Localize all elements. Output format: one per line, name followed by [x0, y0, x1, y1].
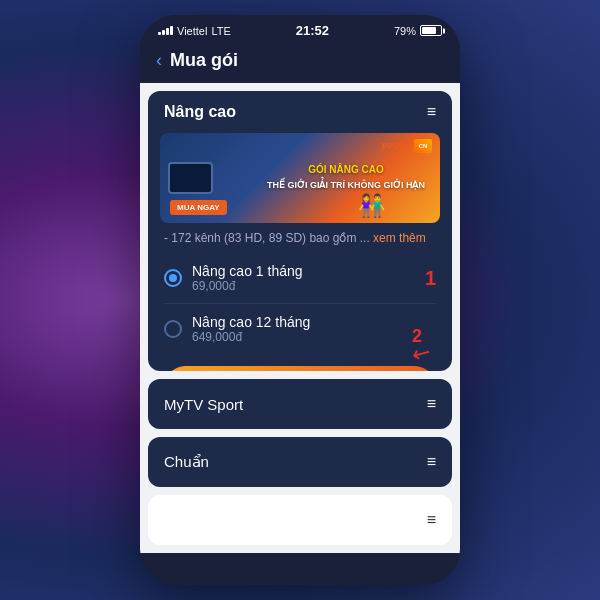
banner-tagline: THẾ GIỚI GIẢI TRÍ KHÔNG GIỚI HẠN [267, 180, 425, 190]
chuan-card[interactable]: Chuẩn ≡ [148, 437, 452, 487]
battery-pct-label: 79% [394, 25, 416, 37]
network-label: LTE [211, 25, 230, 37]
radio-1-month-label: Nâng cao 1 tháng 69,000đ [192, 263, 303, 293]
page-title: Mua gói [170, 50, 238, 71]
cn-logo: CN [414, 139, 432, 153]
option-1-month[interactable]: Nâng cao 1 tháng 69,000đ 1 [148, 253, 452, 303]
battery-fill [422, 27, 436, 34]
signal-icon [158, 26, 173, 35]
option-1-name: Nâng cao 1 tháng [192, 263, 303, 279]
nang-cao-title: Nâng cao [164, 103, 236, 121]
tv-icon [168, 162, 213, 194]
buy-now-label: MUA NGAY [170, 200, 227, 215]
radio-12-month-label: Nâng cao 12 tháng 649,000đ [192, 314, 310, 344]
banner-logos: yeah! CN [381, 139, 432, 153]
option-12-name: Nâng cao 12 tháng [192, 314, 310, 330]
option-12-price: 649,000đ [192, 330, 310, 344]
time-label: 21:52 [296, 23, 329, 38]
option-1-price: 69,000đ [192, 279, 303, 293]
buy-btn-container: MUA GÓI 2 ↙ [148, 354, 452, 371]
buy-button[interactable]: MUA GÓI [164, 366, 436, 371]
phone-frame: Viettel LTE 21:52 79% ‹ Mua gói Nâng cao… [140, 15, 460, 585]
chuan-menu-icon[interactable]: ≡ [427, 453, 436, 471]
nang-cao-banner: GÓI NÂNG CAO THẾ GIỚI GIẢI TRÍ KHÔNG GIỚ… [160, 133, 440, 223]
status-right: 79% [394, 25, 442, 37]
option-12-month[interactable]: Nâng cao 12 tháng 649,000đ [148, 304, 452, 354]
chuan-title: Chuẩn [164, 453, 209, 471]
mytv-sport-title: MyTV Sport [164, 396, 243, 413]
see-more-link[interactable]: xem thêm [373, 231, 426, 245]
content-area: Nâng cao ≡ GÓI NÂNG CAO THẾ GIỚI GIẢI TR… [140, 83, 460, 553]
nang-cao-header: Nâng cao ≡ [148, 91, 452, 133]
battery-icon [420, 25, 442, 36]
header: ‹ Mua gói [140, 42, 460, 83]
yeah-logo: yeah! [381, 139, 410, 151]
nang-cao-card: Nâng cao ≡ GÓI NÂNG CAO THẾ GIỚI GIẢI TR… [148, 91, 452, 371]
mytv-sport-menu-icon[interactable]: ≡ [427, 395, 436, 413]
radio-12-month-circle[interactable] [164, 320, 182, 338]
arrow-1-indicator: 1 [425, 267, 436, 290]
bottom-menu-icon[interactable]: ≡ [427, 511, 436, 529]
back-button[interactable]: ‹ [156, 50, 162, 71]
carrier-label: Viettel [177, 25, 207, 37]
nang-cao-description: - 172 kênh (83 HD, 89 SD) bao gồm ... xe… [148, 223, 452, 253]
mytv-sport-card[interactable]: MyTV Sport ≡ [148, 379, 452, 429]
bottom-card[interactable]: ≡ [148, 495, 452, 545]
radio-1-month-circle[interactable] [164, 269, 182, 287]
people-decoration: 👫 [358, 193, 385, 219]
banner-goi-label: GÓI NÂNG CAO [267, 163, 425, 177]
status-left: Viettel LTE [158, 25, 231, 37]
banner-text: GÓI NÂNG CAO THẾ GIỚI GIẢI TRÍ KHÔNG GIỚ… [267, 163, 425, 192]
description-text: - 172 kênh (83 HD, 89 SD) bao gồm ... [164, 231, 370, 245]
status-bar: Viettel LTE 21:52 79% [140, 15, 460, 42]
nang-cao-menu-icon[interactable]: ≡ [427, 103, 436, 121]
